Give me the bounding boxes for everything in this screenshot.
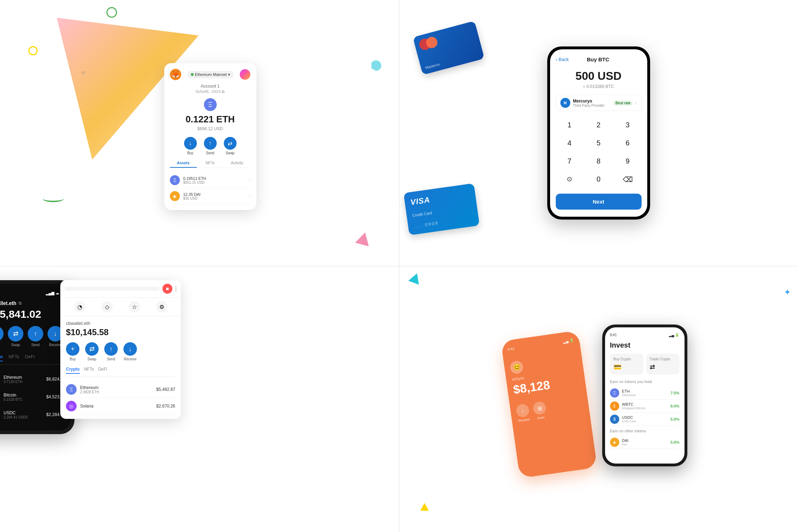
swap-icon: ⇄ [224, 137, 237, 150]
send-button[interactable]: ↑ Send [204, 137, 217, 155]
swap-button[interactable]: ⇄ Swap [224, 137, 237, 155]
deco-blue-star: ✦ [784, 287, 791, 297]
btc-provider-row[interactable]: M Mercuryo Third Party Provider Best rat… [556, 95, 642, 111]
key-3[interactable]: 3 [614, 117, 642, 133]
key-8[interactable]: 8 [585, 153, 613, 170]
cb-tab-crypto[interactable]: Crypto [0, 354, 3, 361]
browser-tab-pie[interactable]: ◔ [74, 301, 85, 312]
key-1[interactable]: 1 [556, 117, 583, 133]
browser-stop-button[interactable]: ■ [162, 284, 172, 294]
token-row-usdc[interactable]: $ USDC USD Coin 5.0% [610, 413, 680, 426]
key-6[interactable]: 6 [614, 135, 642, 151]
provider-chevron-icon: › [635, 100, 637, 106]
browser-send-label: Send [107, 357, 115, 361]
b-eth-name: Ethereum [80, 385, 156, 390]
eth-asset-icon: Ξ [170, 175, 180, 185]
mm-network-selector[interactable]: Ethereum Mainnet ▾ [187, 71, 234, 78]
buy-crypto-card[interactable]: Buy Crypto 💳 [610, 354, 643, 375]
trade-crypto-card[interactable]: Trade Crypto ⇄ [646, 354, 680, 375]
browser-crypto-tab[interactable]: Crypto [66, 367, 80, 374]
token-eth-info: ETH Ethereum [622, 389, 671, 397]
token-usdc-full: USD Coin [622, 420, 671, 423]
key-4[interactable]: 4 [556, 135, 583, 151]
browser-send-icon: ↑ [104, 342, 118, 356]
browser-receive-button[interactable]: ↓ Receive [123, 342, 137, 361]
tab-activity[interactable]: Activity [224, 161, 251, 168]
cb-send-label: Send [31, 343, 39, 347]
copy-icon[interactable]: ⧉ [222, 89, 225, 94]
cb-tab-defi[interactable]: DeFi [25, 354, 34, 361]
trade-crypto-icon: ⇄ [650, 363, 676, 371]
browser-more-icon[interactable] [175, 286, 177, 292]
token-row-eth[interactable]: Ξ ETH Ethereum 7.0% [610, 387, 680, 400]
action-buttons: ↓ Buy ↑ Send ⇄ Swap [170, 137, 251, 155]
btc-equiv: ≈ 0.013389 BTC [556, 84, 642, 89]
token-dai-full: Dai [622, 443, 671, 446]
key-backspace[interactable]: ⌫ [614, 171, 642, 188]
browser-actions: + Buy ⇄ Swap ↑ Send ↓ Re [66, 342, 175, 361]
cb-eth-amount: 3.7129 ETH [4, 380, 46, 384]
mastercard-card: Masterca [413, 21, 484, 75]
token-wbtc-full: Wrapped Bitcoin [622, 406, 671, 410]
cb-eth-name: Ethereum [4, 375, 46, 380]
invest-cards-row: Buy Crypto 💳 Trade Crypto ⇄ [610, 354, 680, 375]
cb-receive-label: Receive [49, 343, 62, 347]
back-button[interactable]: ‹ Back [556, 57, 569, 62]
invest-front-signal: ▂▄ 🔋 [669, 333, 680, 337]
token-usdc-info: USDC USD Coin [622, 415, 671, 423]
token-row-dai[interactable]: ◈ DAI Dai 5.0% [610, 436, 680, 449]
key-9[interactable]: 9 [614, 153, 642, 170]
key-0[interactable]: 0 [585, 171, 613, 188]
browser-content: cbwallet.eth $10,145.58 + Buy ⇄ Swap ↑ [60, 316, 181, 419]
key-scan[interactable]: ⊙ [556, 171, 583, 188]
cb-tab-nfts[interactable]: NFTs [9, 354, 19, 361]
invest-back-status-bar: 9:41 ▂▄ 🔋 [507, 338, 574, 351]
cb-btc-amount: 0.1528 BTC [4, 398, 46, 401]
token-wbtc-apy: 8.0% [670, 404, 679, 408]
browser-tab-settings[interactable]: ⚙ [156, 301, 167, 312]
browser-tab-star[interactable]: ☆ [129, 301, 140, 312]
eth-asset-usd: $551.15 USD [183, 181, 249, 184]
browser-tab-nft[interactable]: ◇ [101, 301, 113, 312]
deco-teal-arrow [408, 271, 422, 284]
browser-swap-button[interactable]: ⇄ Swap [85, 342, 99, 361]
key-7[interactable]: 7 [556, 153, 583, 170]
swap-label: Swap [226, 151, 234, 155]
btc-amount: 500 USD [556, 70, 642, 83]
browser-buy-button[interactable]: + Buy [66, 342, 79, 361]
buy-crypto-icon: 💳 [614, 363, 640, 371]
invest-front-time: 9:41 [610, 333, 617, 337]
token-wbtc-icon: ₿ [610, 401, 619, 411]
buy-button[interactable]: ↓ Buy [184, 137, 197, 155]
cb-send-icon: ↑ [28, 326, 43, 342]
invest-receive-button[interactable]: ↓ Receive [515, 403, 531, 423]
browser-defi-tab[interactable]: DeFi [98, 367, 107, 374]
tab-assets[interactable]: Assets [170, 161, 197, 168]
cb-buy-button[interactable]: + Buy [0, 326, 4, 347]
token-dai-icon: ◈ [610, 438, 619, 447]
provider-name: Mercuryo [573, 99, 614, 104]
next-button[interactable]: Next [556, 194, 642, 210]
token-row-wbtc[interactable]: ₿ WBTC Wrapped Bitcoin 8.0% [610, 400, 680, 413]
invest-phones: 9:41 ▂▄ 🔋 😊 zkSync $8,128 ↓ Receive ⊞ [510, 325, 687, 473]
key-5[interactable]: 5 [585, 135, 613, 151]
browser-nfts-tab[interactable]: NFTs [84, 367, 94, 374]
token-dai-apy: 5.0% [670, 440, 679, 444]
token-wbtc-name: WBTC [622, 402, 671, 406]
eth-asset-name: 0.19511 ETH [183, 176, 249, 181]
invest-scan-button[interactable]: ⊞ Scan [532, 401, 547, 420]
cb-swap-icon: ⇄ [8, 326, 23, 342]
cb-send-button[interactable]: ↑ Send [28, 326, 43, 347]
key-2[interactable]: 2 [585, 117, 613, 133]
browser-url-bar[interactable] [65, 287, 160, 291]
tab-nfts[interactable]: NFTs [197, 161, 224, 168]
token-wbtc-info: WBTC Wrapped Bitcoin [622, 402, 671, 410]
metamask-fox-icon: 🦊 [170, 69, 181, 80]
browser-receive-label: Receive [124, 357, 137, 361]
deco-green-wave [43, 195, 64, 202]
cb-copy-icon[interactable]: ⧉ [18, 301, 22, 306]
cb-btc-name: Bitcoin [4, 393, 46, 398]
invest-back-phone: 9:41 ▂▄ 🔋 😊 zkSync $8,128 ↓ Receive ⊞ [500, 331, 597, 478]
browser-send-button[interactable]: ↑ Send [104, 342, 118, 361]
cb-swap-button[interactable]: ⇄ Swap [8, 326, 23, 347]
